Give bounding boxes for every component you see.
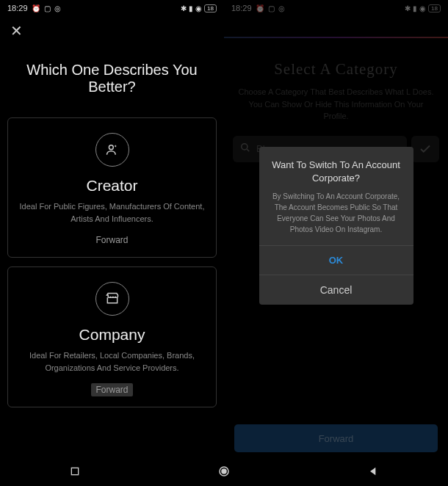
nav-home-button[interactable] — [215, 463, 233, 480]
svg-point-0 — [109, 145, 113, 150]
svg-rect-2 — [71, 468, 78, 474]
creator-icon — [95, 133, 129, 167]
switch-account-modal: Want To Switch To An Account Corporate? … — [259, 147, 413, 305]
bluetooth-icon: ✱ — [181, 4, 187, 12]
instagram-icon: ◎ — [54, 4, 61, 12]
status-time: 18:29 — [7, 4, 28, 12]
card-creator[interactable]: Creator Ideal For Public Figures, Manufa… — [7, 117, 217, 258]
page-title: Which One Describes You Better? — [7, 62, 217, 95]
screen-describe: 18:29 ⏰ ▢ ◎ ✱ ▮ ◉ 18 ✕ Which One Describ… — [0, 0, 224, 486]
card-desc: Ideal For Retailers, Local Companies, Br… — [19, 349, 205, 374]
alarm-icon: ⏰ — [32, 4, 40, 12]
modal-ok-button[interactable]: OK — [259, 245, 413, 275]
modal-cancel-button[interactable]: Cancel — [259, 275, 413, 305]
status-bar: 18:29 ⏰ ▢ ◎ ✱ ▮ ◉ 18 — [0, 0, 224, 16]
nav-back-button[interactable] — [364, 463, 382, 480]
card-company[interactable]: Company Ideal For Retailers, Local Compa… — [7, 266, 217, 407]
close-button[interactable]: ✕ — [0, 16, 224, 46]
modal-body: By Switching To An Account Corporate, Th… — [259, 185, 413, 245]
android-nav-bar — [0, 457, 448, 486]
modal-overlay: Want To Switch To An Account Corporate? … — [224, 0, 448, 486]
battery-icon: 18 — [204, 4, 217, 12]
forward-link[interactable]: Forward — [91, 383, 132, 396]
calendar-icon: ▢ — [44, 4, 51, 12]
storefront-icon — [95, 282, 129, 316]
card-title: Company — [19, 326, 205, 344]
wifi-icon: ◉ — [195, 4, 202, 12]
card-title: Creator — [19, 177, 205, 195]
forward-link[interactable]: Forward — [19, 233, 205, 247]
nav-recent-button[interactable] — [66, 463, 84, 480]
modal-title: Want To Switch To An Account Corporate? — [259, 159, 413, 185]
card-desc: Ideal For Public Figures, Manufacturers … — [19, 200, 205, 225]
screen-category: 18:29 ⏰ ▢ ◎ ✱ ▮ ◉ 18 Select A Category C… — [224, 0, 448, 486]
signal-icon: ▮ — [189, 4, 193, 12]
svg-point-4 — [222, 469, 226, 474]
